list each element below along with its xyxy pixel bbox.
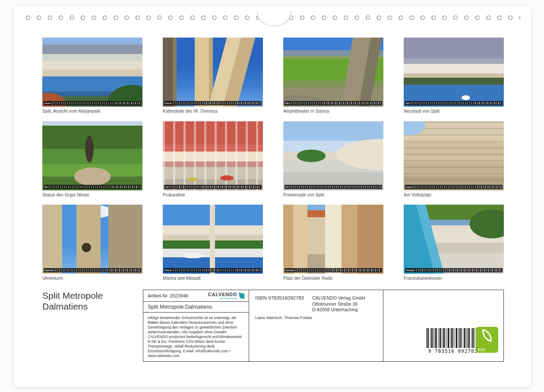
strip-month-label: April — [406, 102, 410, 104]
calendar-title-line1: Split Metropole — [42, 291, 103, 301]
strip-month-label: März — [285, 102, 290, 104]
photo-september: September — [42, 205, 142, 274]
strip-date-cells — [411, 102, 502, 104]
publisher-info-box: Artikel-Nr. 2023946 CALVENDO Dein Kalend… — [143, 290, 504, 362]
strip-month-label: August — [406, 186, 412, 188]
mini-calendar-strip: Dezember — [405, 268, 503, 272]
photo-february: Februar — [163, 38, 263, 107]
strip-date-cells — [55, 269, 140, 272]
info-calendar-title: Split Metropole Dalmatiens — [148, 304, 212, 310]
strip-date-cells — [413, 186, 502, 188]
photo-may: Mai — [42, 121, 142, 190]
artikel-row: Artikel-Nr. 2023946 CALVENDO Dein Kalend… — [143, 290, 249, 302]
month-thumbnail: Juli Promenade von Split — [283, 121, 383, 197]
thumbnail-caption: Franziskanerkloster — [404, 276, 504, 281]
strip-month-label: September — [44, 269, 54, 272]
mini-calendar-strip: Oktober — [164, 268, 262, 272]
photo-november: November — [283, 205, 383, 274]
thumbnail-caption: Am Volksplatz — [404, 193, 504, 197]
strip-month-label: Juli — [285, 186, 288, 188]
info-right-column: 9 783516 092783 eco — [383, 290, 503, 361]
strip-date-cells — [296, 269, 381, 272]
strip-date-cells — [290, 186, 381, 188]
strip-month-label: Mai — [44, 186, 47, 188]
strip-date-cells — [49, 186, 140, 188]
thumbnail-caption: Amphitheater in Salona — [283, 109, 383, 114]
thumbnail-caption: Promenade von Split — [283, 193, 383, 197]
leaf-icon — [481, 329, 493, 342]
photo-april: April — [404, 38, 504, 107]
isbn-row: ISBN 9783516092783 CALVENDO Verlag GmbH … — [255, 295, 377, 313]
mini-calendar-strip: November — [285, 268, 382, 272]
photo-june: Juni — [163, 121, 263, 190]
calendar-title-line2: Dalmatiens — [42, 301, 103, 312]
strip-date-cells — [291, 102, 381, 104]
strip-month-label: Dezember — [406, 269, 415, 272]
thumbnail-caption: Split, Ansicht vom Marjanpark — [42, 109, 142, 114]
strip-date-cells — [416, 269, 502, 272]
publisher-name: CALVENDO Verlag GmbH — [312, 295, 377, 301]
authors: Liane Matrisch, Thomas Polske — [255, 315, 312, 320]
photo-december: Dezember — [404, 205, 504, 274]
month-thumbnail: Dezember Franziskanerkloster — [404, 205, 504, 281]
month-thumbnail: November Platz der Gebrüder Radic — [283, 205, 383, 281]
isbn-number: ISBN 9783516092783 — [255, 295, 304, 313]
eco-logo: eco — [476, 327, 498, 353]
calendar-title: Split Metropole Dalmatiens — [42, 291, 103, 312]
mini-calendar-strip: Februar — [164, 101, 262, 105]
strip-date-cells — [52, 102, 140, 104]
month-thumbnail: Januar Split, Ansicht vom Marjanpark — [42, 38, 142, 114]
legal-text: Infolge bestehender Schutzrechte ist es … — [148, 316, 244, 358]
month-thumbnail: August Am Volksplatz — [404, 121, 504, 197]
info-title-row: Split Metropole Dalmatiens — [143, 302, 249, 313]
photo-october: Oktober — [163, 205, 263, 274]
hanger-notch — [257, 11, 291, 26]
calendar-back-page: Januar Split, Ansicht vom Marjanpark Feb… — [13, 5, 532, 388]
info-left-column: Artikel-Nr. 2023946 CALVENDO Dein Kalend… — [143, 290, 249, 361]
mini-calendar-strip: Mai — [44, 185, 141, 189]
mini-calendar-strip: August — [405, 185, 503, 189]
month-thumbnail: April Neustadt von Split — [404, 38, 504, 114]
artikel-number: Artikel-Nr. 2023946 — [148, 293, 188, 298]
month-thumbnail: Juni Prokurative — [163, 121, 263, 197]
legal-row: Infolge bestehender Schutzrechte ist es … — [143, 313, 249, 361]
mini-calendar-strip: September — [44, 268, 141, 272]
month-thumbnail: Mai Statue des Grgur Ninski — [42, 121, 142, 197]
barcode-bars — [427, 328, 479, 348]
thumbnail-caption: Statue des Grgur Ninski — [42, 193, 142, 197]
month-thumbnail: Oktober Marina und Altstadt — [163, 205, 263, 281]
strip-date-cells — [170, 186, 261, 188]
thumbnail-caption: Uhrenturm — [42, 276, 142, 281]
thumbnail-caption: Prokurative — [163, 193, 263, 197]
strip-date-cells — [173, 269, 261, 272]
strip-month-label: Juni — [165, 186, 168, 188]
mini-calendar-strip: März — [285, 101, 382, 105]
barcode: 9 783516 092783 — [427, 328, 479, 354]
eco-label: eco — [478, 347, 486, 352]
mini-calendar-strip: April — [405, 101, 503, 105]
calvendo-logo-text: CALVENDO Dein Kalenderverlag — [208, 292, 237, 300]
publisher-address: CALVENDO Verlag GmbH Ottobrunner Straße … — [312, 295, 377, 313]
mini-calendar-strip: Januar — [44, 101, 141, 105]
calvendo-wordmark: CALVENDO — [208, 292, 237, 297]
mini-calendar-strip: Juni — [164, 185, 262, 189]
photo-january: Januar — [42, 38, 142, 107]
strip-month-label: Januar — [44, 102, 51, 104]
strip-date-cells — [173, 102, 261, 104]
calvendo-flag-icon — [239, 293, 244, 299]
thumbnail-caption: Platz der Gebrüder Radic — [283, 276, 383, 281]
calvendo-tagline: Dein Kalenderverlag — [219, 297, 237, 300]
mini-calendar-strip: Juli — [285, 185, 382, 189]
calvendo-logo: CALVENDO Dein Kalenderverlag — [208, 292, 244, 300]
month-thumbnail: März Amphitheater in Salona — [283, 38, 383, 114]
strip-month-label: Oktober — [165, 269, 172, 272]
photo-march: März — [283, 38, 383, 107]
strip-month-label: Februar — [165, 102, 172, 104]
publisher-city: D-82008 Unterhaching — [312, 307, 377, 313]
publisher-street: Ottobrunner Straße 39 — [312, 301, 377, 307]
month-thumbnail: Februar Kathedrale des Hl. Domnius — [163, 38, 263, 114]
month-thumbnail: September Uhrenturm — [42, 205, 142, 281]
photo-july: Juli — [283, 121, 383, 190]
thumbnail-caption: Neustadt von Split — [404, 109, 504, 114]
barcode-digits: 9 783516 092783 — [427, 348, 479, 354]
